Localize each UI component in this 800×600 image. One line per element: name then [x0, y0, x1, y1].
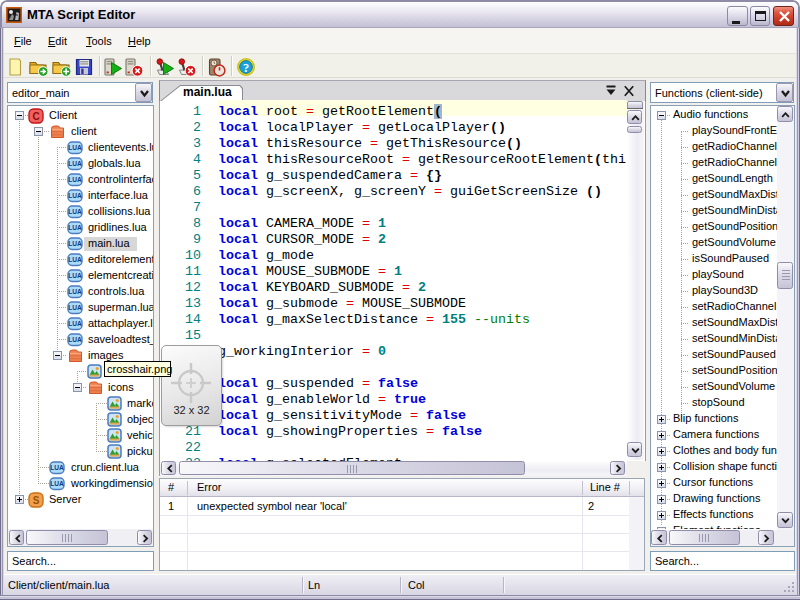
svg-text:LUA: LUA — [50, 480, 64, 487]
svg-text:LUA: LUA — [68, 192, 82, 199]
svg-text:LUA: LUA — [68, 160, 82, 167]
svg-text:?: ? — [243, 61, 249, 75]
svg-text:S: S — [33, 495, 40, 506]
svg-text:LUA: LUA — [68, 304, 82, 311]
svg-text:LUA: LUA — [68, 224, 82, 231]
svg-text:LUA: LUA — [68, 240, 82, 247]
svg-text:LUA: LUA — [50, 464, 64, 471]
svg-text:LUA: LUA — [68, 336, 82, 343]
svg-text:LUA: LUA — [68, 288, 82, 295]
svg-text:LUA: LUA — [68, 144, 82, 151]
svg-text:LUA: LUA — [68, 256, 82, 263]
svg-text:LUA: LUA — [68, 272, 82, 279]
svg-text:C: C — [32, 111, 39, 122]
svg-text:LUA: LUA — [68, 320, 82, 327]
svg-text:LUA: LUA — [68, 176, 82, 183]
svg-text:LUA: LUA — [68, 208, 82, 215]
